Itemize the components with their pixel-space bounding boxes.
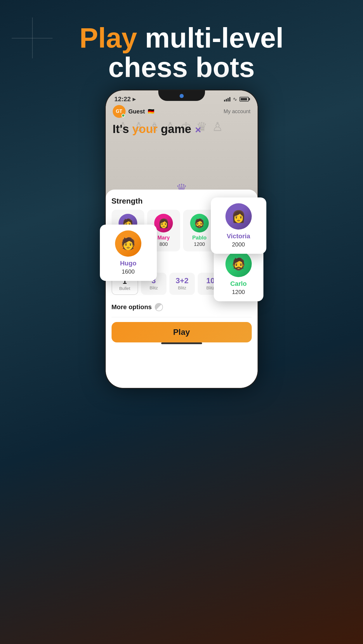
phone-notch bbox=[158, 90, 205, 101]
bot-avatar-pablo: 🧔 bbox=[190, 214, 209, 232]
float-name-carlo: Carlo bbox=[230, 280, 246, 288]
float-avatar-carlo: 🧔 bbox=[225, 251, 252, 277]
hero-prefix: It's bbox=[113, 123, 132, 135]
divider bbox=[112, 317, 252, 317]
float-rating-victoria: 2000 bbox=[232, 241, 245, 248]
float-name-victoria: Victoria bbox=[227, 232, 250, 240]
app-nav-left: GT Guest 🇩🇪 bbox=[113, 105, 154, 118]
bot-rating-pablo: 1200 bbox=[194, 242, 205, 247]
hero-suffix: game bbox=[158, 123, 192, 135]
wifi-icon: ∿ bbox=[233, 96, 237, 102]
bot-avatar-mary: 👩 bbox=[154, 214, 173, 232]
user-label: Guest bbox=[128, 108, 145, 115]
app-nav: GT Guest 🇩🇪 My account bbox=[113, 105, 251, 118]
hero-white: multi-level bbox=[145, 22, 284, 53]
status-time: 12:22 ▶ bbox=[114, 95, 136, 103]
app-hero-title: It's your game ✕ bbox=[113, 123, 251, 136]
status-icons: ∿ bbox=[224, 96, 249, 102]
battery-icon bbox=[239, 97, 249, 102]
more-options-label: More options bbox=[112, 303, 152, 311]
nav-arrow: ▶ bbox=[133, 97, 136, 102]
time-label-3plus2: Blitz bbox=[178, 285, 186, 290]
home-indicator bbox=[161, 342, 202, 344]
bot-name-mary: Mary bbox=[157, 235, 170, 241]
options-icon bbox=[155, 303, 163, 311]
time-display: 12:22 bbox=[114, 95, 131, 103]
camera-dot bbox=[180, 94, 184, 98]
play-button[interactable]: Play bbox=[112, 322, 252, 342]
hero-orange: Play bbox=[79, 22, 137, 53]
hero-highlight: your bbox=[132, 123, 158, 135]
float-avatar-hugo: 🧑 bbox=[115, 230, 141, 257]
hero-title: Play multi-level chess bots bbox=[18, 23, 345, 82]
float-rating-hugo: 1600 bbox=[122, 268, 135, 275]
float-rating-carlo: 1200 bbox=[232, 289, 245, 295]
signal-bars bbox=[224, 97, 230, 102]
time-label-3: Blitz bbox=[150, 285, 158, 290]
my-account-button[interactable]: My account bbox=[223, 108, 250, 115]
bot-rating-mary: 800 bbox=[159, 242, 168, 247]
time-card-3plus2[interactable]: 3+2 Blitz bbox=[169, 273, 195, 295]
hero-section: Play multi-level chess bots bbox=[0, 23, 363, 82]
online-dot bbox=[121, 114, 125, 117]
float-card-hugo: 🧑 Hugo 1600 bbox=[100, 225, 157, 281]
gt-logo[interactable]: GT bbox=[113, 105, 126, 118]
time-value-3plus2: 3+2 bbox=[176, 276, 188, 285]
float-name-hugo: Hugo bbox=[120, 260, 136, 267]
time-label-1: Bullet bbox=[119, 286, 130, 291]
float-card-victoria: 👩 Victoria 2000 bbox=[211, 197, 266, 254]
phone-mockup: 12:22 ▶ ∿ bbox=[106, 90, 258, 388]
more-options-row[interactable]: More options bbox=[112, 303, 252, 311]
x-icon: ✕ bbox=[194, 126, 201, 135]
float-avatar-victoria: 👩 bbox=[225, 203, 252, 230]
bot-name-pablo: Pablo bbox=[192, 235, 206, 241]
flag-icon: 🇩🇪 bbox=[148, 108, 154, 115]
hero-line2: chess bots bbox=[108, 52, 255, 83]
